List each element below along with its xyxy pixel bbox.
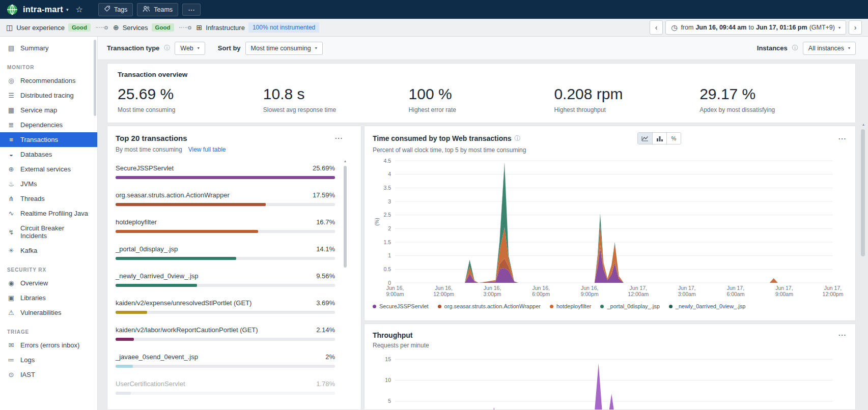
transaction-bar-fill <box>116 392 131 395</box>
not-instrumented-badge[interactable]: 100% not instrumented <box>248 22 319 33</box>
sidebar-section-monitor: MONITOR <box>0 55 97 73</box>
svg-text:Jun 17,3:00am: Jun 17,3:00am <box>678 285 696 297</box>
list-scrollbar-up-arrow[interactable]: ▴ <box>344 159 346 163</box>
transaction-row[interactable]: _newly_0arrived_0view_.jsp 9.56% <box>116 272 335 287</box>
sidebar-item-distributed-tracing[interactable]: ☰ Distributed tracing <box>0 88 97 103</box>
legend-item[interactable]: SecureJSSPServlet <box>373 303 429 309</box>
sidebar-item-label: Service map <box>20 106 57 114</box>
percent-mode-button[interactable]: % <box>666 133 681 144</box>
transaction-row[interactable]: hotdeployfilter 16.7% <box>116 218 335 233</box>
time-consumed-panel: Time consumed by top Web transactions ⓘ <box>364 126 856 321</box>
legend-item[interactable]: org.seasar.struts.action.ActionWrapper <box>438 303 541 309</box>
chart-mode-toggle: % <box>637 132 681 144</box>
instances-select[interactable]: All instances ▾ <box>803 42 856 55</box>
time-back-button[interactable]: ‹ <box>650 20 663 35</box>
transaction-type-select[interactable]: Web ▾ <box>175 42 205 55</box>
sidebar-item-summary[interactable]: ▤ Summary <box>0 41 97 55</box>
services-stage[interactable]: ⊕ Services Good <box>113 23 174 32</box>
svg-text:Jun 16,3:00pm: Jun 16,3:00pm <box>484 285 501 297</box>
dependencies-icon: ≣ <box>7 121 15 129</box>
sidebar-scrollbar-thumb[interactable] <box>94 40 96 116</box>
svg-text:2: 2 <box>388 225 391 231</box>
bar-chart-mode-button[interactable] <box>652 133 666 144</box>
top-transactions-panel: Top 20 transactions ⋯ By most time consu… <box>107 126 361 410</box>
svg-text:Jun 17,12:00am: Jun 17,12:00am <box>628 285 649 297</box>
favorite-star-icon[interactable]: ☆ <box>76 5 83 14</box>
transaction-row[interactable]: _portal_0display_.jsp 14.1% <box>116 245 335 260</box>
info-icon[interactable]: ⓘ <box>164 44 170 52</box>
info-icon[interactable]: ⓘ <box>515 134 521 143</box>
tags-button[interactable]: Tags <box>98 3 133 16</box>
main-scrollbar-up-arrow[interactable]: ▴ <box>862 122 864 127</box>
sidebar-item-service-map[interactable]: ▦ Service map <box>0 103 97 118</box>
content-area: ▤ Summary MONITOR ◎ Recommendations ☰ Di… <box>0 37 868 410</box>
transaction-bar-fill <box>116 311 147 314</box>
sidebar-item-recommendations[interactable]: ◎ Recommendations <box>0 73 97 88</box>
panel-menu-button[interactable]: ⋯ <box>333 133 344 143</box>
transaction-name: kaiden/v2/labor/workReportCautionPortlet… <box>116 326 258 334</box>
libraries-icon: ▣ <box>7 294 15 302</box>
transaction-percent: 1.78% <box>316 380 335 388</box>
sidebar-item-realtime-profiling-java[interactable]: ∿ Realtime Profiling Java <box>0 206 97 221</box>
info-icon[interactable]: ⓘ <box>792 44 798 52</box>
more-options-button[interactable]: ⋯ <box>182 4 201 16</box>
legend-item[interactable]: _newly_0arrived_0view_.jsp <box>669 303 746 309</box>
sidebar-item-kafka[interactable]: ✳ Kafka <box>0 243 97 258</box>
time-range-picker[interactable]: ◷ from Jun 16, 09:44 am to Jun 17, 01:16… <box>665 20 846 35</box>
sidebar-item-overview[interactable]: ◉ Overview <box>0 276 97 290</box>
sidebar-item-logs[interactable]: ≔ Logs <box>0 353 97 367</box>
panels-row: Top 20 transactions ⋯ By most time consu… <box>107 126 856 410</box>
sidebar-item-dependencies[interactable]: ≣ Dependencies <box>0 118 97 132</box>
sidebar-item-errors-errors-inbox[interactable]: ✉ Errors (errors inbox) <box>0 338 97 353</box>
time-range-controls: ‹ ◷ from Jun 16, 09:44 am to Jun 17, 01:… <box>650 20 862 35</box>
time-forward-button[interactable]: › <box>849 20 862 35</box>
transaction-row-header: _newly_0arrived_0view_.jsp 9.56% <box>116 272 335 280</box>
sidebar-item-circuit-breaker-incidents[interactable]: ↯ Circuit Breaker Incidents <box>0 221 97 243</box>
list-scrollbar-thumb[interactable] <box>344 166 347 268</box>
transaction-row[interactable]: kaiden/v2/labor/workReportCautionPortlet… <box>116 326 335 341</box>
throughput-chart[interactable]: 51015 <box>373 351 847 410</box>
time-consumed-chart[interactable]: 00.511.522.533.544.5(%)Jun 16,9:00amJun … <box>373 156 847 301</box>
pipeline-connector <box>96 26 108 30</box>
chevron-down-icon: ▾ <box>66 7 69 12</box>
area-chart-mode-button[interactable] <box>638 133 652 144</box>
svg-text:3.5: 3.5 <box>383 185 391 191</box>
sidebar-item-jvms[interactable]: ♨ JVMs <box>0 177 97 191</box>
main-scrollbar-thumb[interactable] <box>861 129 865 256</box>
sidebar-item-label: JVMs <box>20 180 37 188</box>
sidebar-item-label: Vulnerabilities <box>20 309 61 316</box>
transaction-row[interactable]: kaiden/v2/expense/unresolvedStlPortlet (… <box>116 299 335 314</box>
transaction-percent: 16.7% <box>316 218 335 226</box>
sort-by-select[interactable]: Most time consuming ▾ <box>245 42 323 55</box>
legend-item[interactable]: _portal_0display_.jsp <box>600 303 659 309</box>
sidebar-item-external-services[interactable]: ⊕ External services <box>0 162 97 177</box>
transaction-row[interactable]: org.seasar.struts.action.ActionWrapper 1… <box>116 191 335 206</box>
view-full-table-link[interactable]: View full table <box>188 146 226 153</box>
sidebar-item-vulnerabilities[interactable]: ⚠ Vulnerabilities <box>0 305 97 320</box>
transaction-percent: 17.59% <box>313 191 335 199</box>
sidebar-item-libraries[interactable]: ▣ Libraries <box>0 290 97 305</box>
sidebar-item-label: Databases <box>20 151 52 158</box>
legend-item[interactable]: hotdeployfilter <box>550 303 592 309</box>
instances-label: Instances <box>757 44 788 52</box>
user-experience-stage[interactable]: ◫ User experience Good <box>6 23 91 32</box>
sidebar-item-databases[interactable]: ◒ Databases <box>0 147 97 162</box>
transaction-bar-track <box>116 284 335 287</box>
transaction-name: _javaee_0send_0event_.jsp <box>116 353 198 361</box>
transaction-row[interactable]: UserCertificationServlet 1.78% <box>116 380 335 395</box>
infrastructure-stage[interactable]: ⊞ Infrastructure 100% not instrumented <box>197 22 320 33</box>
external-services-icon: ⊕ <box>7 165 15 173</box>
metric-value: 25.69 % <box>118 85 263 103</box>
panel-menu-button[interactable]: ⋯ <box>837 330 847 340</box>
teams-button[interactable]: Teams <box>137 3 178 16</box>
transaction-row[interactable]: _javaee_0send_0event_.jsp 2% <box>116 353 335 368</box>
app-logo-icon[interactable] <box>6 4 18 16</box>
svg-text:1: 1 <box>388 252 391 258</box>
sidebar-item-iast[interactable]: ⊙ IAST <box>0 367 97 382</box>
transaction-row[interactable]: SecureJSSPServlet 25.69% <box>116 164 335 179</box>
panel-menu-button[interactable]: ⋯ <box>837 134 847 143</box>
top-transactions-subhead: By most time consuming View full table <box>116 146 353 153</box>
sidebar-item-threads[interactable]: ⋔ Threads <box>0 191 97 206</box>
sidebar-item-transactions[interactable]: ≡ Transactions <box>0 132 97 147</box>
application-switcher[interactable]: intra-mart ▾ <box>23 5 69 14</box>
